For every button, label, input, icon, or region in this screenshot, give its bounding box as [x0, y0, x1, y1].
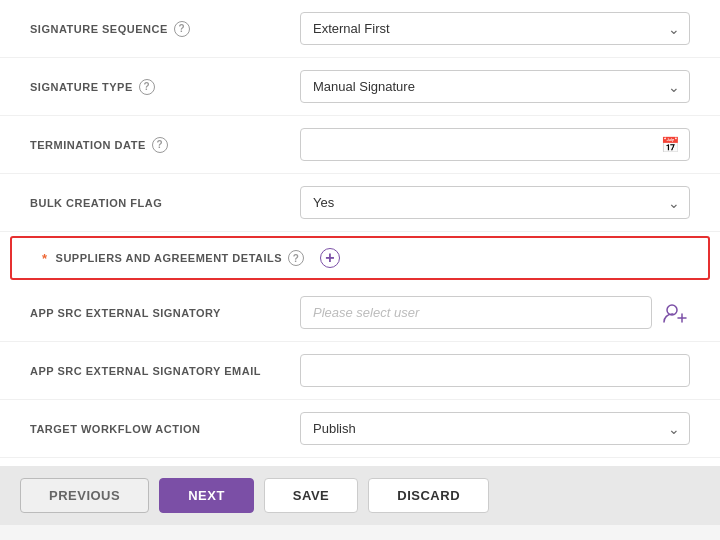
signature-type-help-icon[interactable]: ?: [139, 79, 155, 95]
app-src-external-signatory-email-row: APP SRC EXTERNAL SIGNATORY EMAIL: [0, 342, 720, 400]
app-src-external-signatory-email-label: APP SRC EXTERNAL SIGNATORY EMAIL: [30, 365, 300, 377]
app-src-external-signatory-email-control: [300, 354, 690, 387]
target-workflow-action-select-wrapper: Publish Draft Approve ⌄: [300, 412, 690, 445]
next-button[interactable]: NEXT: [159, 478, 254, 513]
termination-date-input-wrapper: 📅: [300, 128, 690, 161]
app-src-external-signatory-label: APP SRC EXTERNAL SIGNATORY: [30, 307, 300, 319]
termination-date-control: 📅: [300, 128, 690, 161]
suppliers-section-help-icon[interactable]: ?: [288, 250, 304, 266]
signature-sequence-control: External First Internal First Parallel ⌄: [300, 12, 690, 45]
target-workflow-action-label: TARGET WORKFLOW ACTION: [30, 423, 300, 435]
signature-type-control: Manual Signature Electronic Signature ⌄: [300, 70, 690, 103]
form-container: SIGNATURE SEQUENCE ? External First Inte…: [0, 0, 720, 525]
bulk-creation-flag-control: Yes No ⌄: [300, 186, 690, 219]
signature-sequence-row: SIGNATURE SEQUENCE ? External First Inte…: [0, 0, 720, 58]
user-select-wrapper: [300, 296, 690, 329]
termination-date-input[interactable]: [300, 128, 690, 161]
app-src-external-signatory-input[interactable]: [300, 296, 652, 329]
termination-date-row: TERMINATION DATE ? 📅: [0, 116, 720, 174]
required-asterisk: *: [42, 251, 48, 266]
app-src-external-signatory-row: APP SRC EXTERNAL SIGNATORY: [0, 284, 720, 342]
user-add-button[interactable]: [660, 300, 690, 326]
signature-type-select-wrapper: Manual Signature Electronic Signature ⌄: [300, 70, 690, 103]
bulk-creation-flag-row: BULK CREATION FLAG Yes No ⌄: [0, 174, 720, 232]
form-footer: PREVIOUS NEXT SAVE DISCARD: [0, 466, 720, 525]
termination-date-label: TERMINATION DATE ?: [30, 137, 300, 153]
app-src-external-signatory-control: [300, 296, 690, 329]
termination-date-help-icon[interactable]: ?: [152, 137, 168, 153]
signature-sequence-select-wrapper: External First Internal First Parallel ⌄: [300, 12, 690, 45]
save-button[interactable]: SAVE: [264, 478, 358, 513]
discard-button[interactable]: DISCARD: [368, 478, 489, 513]
signature-type-label: SIGNATURE TYPE ?: [30, 79, 300, 95]
bulk-creation-flag-select-wrapper: Yes No ⌄: [300, 186, 690, 219]
bulk-creation-flag-label: BULK CREATION FLAG: [30, 197, 300, 209]
signature-type-row: SIGNATURE TYPE ? Manual Signature Electr…: [0, 58, 720, 116]
app-src-external-signatory-email-input[interactable]: [300, 354, 690, 387]
bulk-creation-flag-select[interactable]: Yes No: [300, 186, 690, 219]
target-workflow-action-control: Publish Draft Approve ⌄: [300, 412, 690, 445]
signature-sequence-select[interactable]: External First Internal First Parallel: [300, 12, 690, 45]
target-workflow-action-select[interactable]: Publish Draft Approve: [300, 412, 690, 445]
signature-type-select[interactable]: Manual Signature Electronic Signature: [300, 70, 690, 103]
signature-sequence-label: SIGNATURE SEQUENCE ?: [30, 21, 300, 37]
signature-sequence-help-icon[interactable]: ?: [174, 21, 190, 37]
suppliers-section-label: * SUPPLIERS AND AGREEMENT DETAILS ? +: [42, 248, 340, 268]
previous-button[interactable]: PREVIOUS: [20, 478, 149, 513]
suppliers-section-add-icon[interactable]: +: [320, 248, 340, 268]
suppliers-section-header: * SUPPLIERS AND AGREEMENT DETAILS ? +: [10, 236, 710, 280]
target-workflow-action-row: TARGET WORKFLOW ACTION Publish Draft App…: [0, 400, 720, 458]
calendar-icon[interactable]: 📅: [661, 136, 680, 154]
